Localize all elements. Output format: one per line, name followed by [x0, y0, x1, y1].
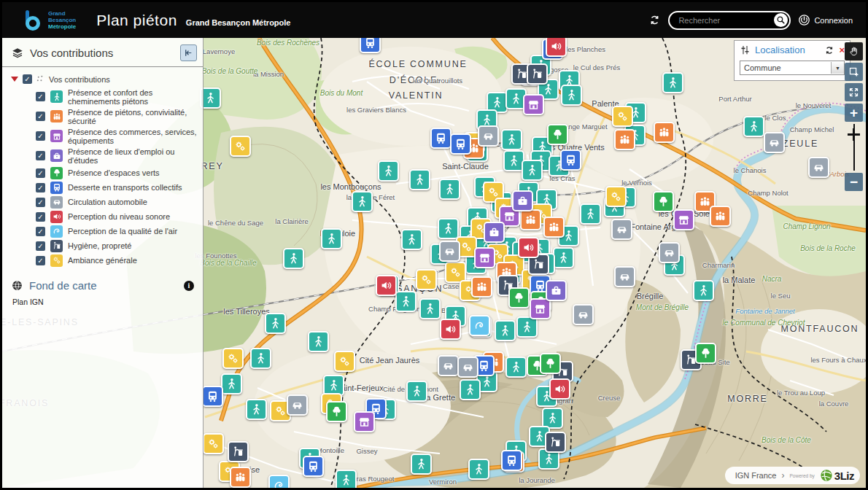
map-marker-bus[interactable]	[450, 133, 471, 155]
map-marker-people[interactable]	[230, 467, 251, 488]
commune-select[interactable]: Commune ▼	[740, 61, 845, 75]
zoom-slider[interactable]	[845, 124, 863, 171]
layer-checkbox[interactable]: ✓	[36, 212, 45, 222]
map-marker-people[interactable]	[654, 122, 675, 143]
map-marker-car[interactable]	[808, 157, 829, 178]
map-marker-noise[interactable]	[546, 38, 567, 57]
map-marker-walk[interactable]	[693, 280, 714, 301]
zoom-slider-handle[interactable]	[848, 128, 860, 141]
info-icon[interactable]: i	[184, 281, 194, 291]
login-button[interactable]: Connexion	[798, 14, 853, 26]
map-marker-air[interactable]	[268, 475, 290, 488]
map-marker-car[interactable]	[478, 125, 499, 147]
layer-checkbox[interactable]: ✓	[36, 198, 45, 207]
map-marker-ambiance[interactable]	[334, 351, 355, 372]
map-marker-car[interactable]	[573, 304, 594, 325]
map-marker-walk[interactable]	[250, 348, 271, 369]
map-marker-walk[interactable]	[406, 381, 427, 402]
map-marker-hygiene[interactable]	[228, 441, 249, 462]
layer-checkbox[interactable]: ✓	[36, 112, 45, 121]
map-marker-walk[interactable]	[495, 320, 516, 341]
map-marker-walk[interactable]	[580, 203, 601, 225]
map-marker-walk[interactable]	[246, 399, 267, 420]
map-marker-walk[interactable]	[395, 291, 416, 312]
group-checkbox[interactable]: ✓	[23, 74, 32, 84]
map-marker-people[interactable]	[710, 206, 731, 227]
close-icon[interactable]: ×	[839, 47, 845, 54]
layer-checkbox[interactable]: ✓	[36, 92, 45, 101]
map-marker-people[interactable]	[614, 129, 635, 150]
map-marker-walk[interactable]	[419, 298, 441, 319]
layer-checkbox[interactable]: ✓	[36, 256, 45, 265]
map-marker-walk[interactable]	[516, 316, 538, 338]
brand-logo[interactable]: 3Liz	[820, 469, 854, 482]
layer-item-walk[interactable]: ✓Présence et confort des cheminements pi…	[2, 87, 203, 106]
map-marker-work[interactable]	[484, 222, 505, 243]
map-marker-walk[interactable]	[283, 248, 304, 269]
search-input[interactable]	[677, 15, 774, 26]
map-marker-car[interactable]	[439, 241, 460, 262]
map-marker-bus[interactable]	[560, 149, 581, 171]
map-marker-tree[interactable]	[540, 353, 561, 374]
collapse-panel-button[interactable]	[180, 44, 197, 61]
map-marker-walk[interactable]	[409, 169, 430, 190]
layer-checkbox[interactable]: ✓	[36, 131, 45, 141]
search-icon[interactable]	[774, 13, 788, 27]
layer-item-car[interactable]: ✓Circulation automobile	[2, 195, 203, 209]
map-marker-tree[interactable]	[547, 124, 568, 145]
map-marker-bus[interactable]	[430, 128, 452, 149]
map-marker-noise[interactable]	[376, 275, 397, 296]
map-marker-people[interactable]	[471, 276, 492, 298]
map-marker-tree[interactable]	[653, 191, 674, 212]
layer-item-noise[interactable]: ✓Perception du niveau sonore	[2, 209, 203, 224]
map-marker-walk[interactable]	[468, 459, 489, 480]
layer-group-row[interactable]: ✓ Vos contributions	[2, 73, 203, 87]
map-marker-walk[interactable]	[439, 179, 460, 200]
map-marker-car[interactable]	[287, 394, 308, 416]
layer-item-work[interactable]: ✓Présence de lieux d'emploi ou d'études	[2, 146, 203, 166]
map-marker-walk[interactable]	[561, 85, 582, 106]
map-marker-shop[interactable]	[523, 94, 544, 115]
map-marker-car[interactable]	[659, 242, 680, 263]
refresh-icon[interactable]	[648, 14, 661, 26]
attribution-source[interactable]: IGN France	[735, 471, 777, 480]
refresh-icon[interactable]	[824, 45, 834, 55]
layer-item-air[interactable]: ✓Perception de la qualité de l'air	[2, 224, 203, 238]
map-marker-walk[interactable]	[501, 129, 522, 150]
map-marker-people[interactable]	[520, 209, 541, 230]
map-marker-walk[interactable]	[460, 379, 481, 400]
map-marker-noise[interactable]	[440, 319, 461, 340]
map-marker-ambiance[interactable]	[230, 136, 251, 157]
map-marker-walk[interactable]	[265, 313, 286, 334]
layer-checkbox[interactable]: ✓	[36, 151, 45, 160]
map-marker-shop[interactable]	[673, 209, 694, 230]
map-marker-shop[interactable]	[530, 298, 551, 319]
map-marker-work[interactable]	[546, 280, 567, 301]
map-marker-walk[interactable]	[438, 218, 459, 239]
chevron-right-icon[interactable]: ›	[781, 470, 784, 481]
layer-item-ambiance[interactable]: ✓Ambiance générale	[2, 253, 203, 268]
layer-item-tree[interactable]: ✓Présence d'espaces verts	[2, 166, 203, 180]
map-marker-ambiance[interactable]	[222, 348, 244, 369]
map-marker-ambiance[interactable]	[612, 106, 633, 127]
map-marker-work[interactable]	[512, 190, 533, 211]
map-marker-bus[interactable]	[501, 450, 522, 471]
collapse-group-icon[interactable]	[11, 77, 18, 82]
map-marker-walk[interactable]	[321, 228, 342, 249]
map-marker-car[interactable]	[614, 266, 635, 287]
map-canvas[interactable]: BESANÇONMONTFAUCONMORRELEZEULEREYSERRE-L…	[2, 38, 866, 488]
layer-checkbox[interactable]: ✓	[36, 227, 45, 236]
map-marker-car[interactable]	[457, 357, 478, 378]
layer-item-shop[interactable]: ✓Présence des commerces, services, équip…	[2, 126, 203, 146]
map-marker-ambiance[interactable]	[203, 433, 224, 454]
map-marker-car[interactable]	[438, 355, 459, 376]
layer-item-people[interactable]: ✓Présence de piétons, convivialité, sécu…	[2, 106, 203, 126]
map-marker-walk[interactable]	[378, 160, 399, 182]
zoom-out-button[interactable]: −	[845, 173, 863, 191]
map-marker-walk[interactable]	[743, 116, 764, 137]
map-marker-bus[interactable]	[202, 386, 223, 407]
map-marker-walk[interactable]	[553, 247, 574, 268]
map-marker-walk[interactable]	[336, 470, 357, 488]
pan-tool-button[interactable]	[845, 42, 863, 61]
map-marker-ambiance[interactable]	[416, 269, 437, 290]
